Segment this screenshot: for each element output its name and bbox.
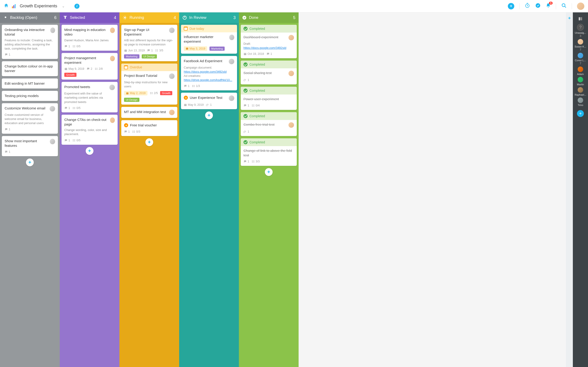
task-card[interactable]: CompletedChange of link to above the fol…	[241, 138, 297, 166]
assignee-avatar[interactable]	[109, 85, 115, 90]
add-member-button[interactable]: +	[577, 110, 584, 117]
card-title: MT and MM integration test	[124, 110, 166, 114]
svg-rect-30	[152, 92, 153, 93]
sidebar-member[interactable]: Timo	[575, 98, 586, 106]
sidebar-view-icon[interactable]	[573, 15, 588, 23]
sidebar-member[interactable]: Raphael...	[575, 87, 586, 96]
column-header[interactable]: Backlog (Open)6	[0, 12, 60, 23]
member-avatar[interactable]	[578, 87, 583, 93]
member-avatar[interactable]	[578, 98, 583, 103]
task-card[interactable]: CompletedSocial sharing test1	[241, 60, 297, 84]
column-title: Running	[130, 15, 144, 20]
task-card[interactable]: Sign-up Page UI ExperimentA/B test diffe…	[121, 25, 177, 61]
date-meta: Oct 19, 2018	[243, 52, 264, 56]
task-card[interactable]: Change button colour on in-app banner	[2, 61, 58, 76]
card-meta: 1	[5, 53, 55, 56]
add-card-button[interactable]: +	[205, 111, 213, 119]
assignee-avatar[interactable]	[169, 73, 174, 79]
info-button[interactable]: i	[74, 4, 79, 9]
task-card[interactable]: MT and MM integration test	[121, 107, 177, 118]
add-card-button[interactable]: +	[145, 138, 153, 146]
column-header[interactable]: In Review3	[179, 12, 239, 23]
member-avatar[interactable]	[578, 77, 583, 82]
tag: UI Design	[142, 54, 157, 58]
card-meta: 1	[5, 150, 55, 153]
column-header[interactable]: Running4	[120, 12, 179, 23]
task-card[interactable]: CompletedPower user experiment10/4	[241, 87, 297, 110]
task-card[interactable]: Project management experimentMay 9, 2019…	[61, 53, 118, 80]
card-description: Campaign document:https://docs.google.co…	[184, 66, 234, 82]
assignee-avatar[interactable]	[110, 27, 115, 33]
task-card[interactable]: Promoted tweetsExperiment with the value…	[61, 82, 118, 112]
subtasks-meta: 0/4	[251, 104, 259, 107]
assignee-avatar[interactable]	[229, 59, 234, 64]
sidebar-member[interactable]: Susan K...7	[575, 39, 586, 51]
column-header[interactable]: Selected4	[60, 12, 120, 23]
add-card-button[interactable]: +	[86, 147, 94, 155]
member-avatar[interactable]	[578, 53, 583, 58]
assignee-avatar[interactable]	[50, 139, 55, 144]
task-card[interactable]: OverdueProject Board TutorialStep-by-ste…	[121, 64, 177, 105]
assignee-avatar[interactable]	[110, 56, 115, 61]
task-card[interactable]: Show most important features1	[2, 136, 58, 156]
assignee-avatar[interactable]	[169, 27, 174, 33]
assignee-avatar[interactable]	[229, 95, 234, 101]
column-header[interactable]: Done5	[239, 12, 299, 23]
add-button[interactable]: +	[508, 3, 514, 9]
assignee-avatar[interactable]	[50, 106, 55, 111]
notifications-icon[interactable]: 5	[546, 3, 551, 9]
card-title: Project management experiment	[64, 56, 108, 65]
chevron-down-icon[interactable]: ⌄	[62, 4, 65, 8]
assignee-avatar[interactable]	[288, 35, 294, 40]
chart-icon[interactable]	[12, 4, 16, 8]
sidebar-member[interactable]: ?Unassig...3	[575, 24, 586, 38]
sidebar-member[interactable]: Adam	[575, 67, 586, 75]
svg-rect-25	[157, 50, 158, 50]
board-title[interactable]: Growth Experiments	[20, 4, 57, 8]
task-card[interactable]: CompletedCombo free trial test1	[241, 112, 297, 136]
svg-rect-21	[74, 141, 75, 141]
assignee-avatar[interactable]	[288, 71, 294, 76]
card-title: Onboarding via interactive tutorial	[5, 27, 48, 37]
due-date-chip: May 2, 2019	[124, 91, 147, 95]
card-meta: May 3, 2019Marketing	[184, 46, 234, 51]
subtasks-meta: 2/8	[95, 67, 103, 70]
task-card[interactable]: Mind mapping in education videoDaniel Hu…	[61, 25, 118, 51]
add-card-button[interactable]: +	[265, 168, 273, 176]
sidebar-member[interactable]: Martin	[575, 77, 586, 86]
task-card[interactable]: Onboarding via interactive tutorialFeatu…	[2, 25, 58, 59]
task-card[interactable]: Change CTAs on check-out pageChange word…	[61, 115, 118, 145]
member-name: Susan K...	[575, 45, 586, 48]
task-card[interactable]: ★Free trial voucher10/3	[121, 120, 177, 136]
assignee-avatar[interactable]	[288, 122, 294, 128]
home-icon[interactable]	[4, 3, 9, 9]
member-avatar[interactable]	[578, 39, 583, 44]
member-task-count: 7	[579, 62, 581, 65]
task-card[interactable]: Facebook Ad ExperimentCampaign document:…	[181, 56, 237, 91]
card-meta: 10/3	[124, 130, 174, 133]
task-card[interactable]: Edit wording in MT banner	[2, 78, 58, 89]
assignee-avatar[interactable]	[169, 110, 174, 115]
comments-meta: 1	[124, 130, 130, 133]
check-circle-icon[interactable]	[535, 3, 541, 10]
search-icon[interactable]	[561, 3, 567, 10]
member-avatar[interactable]	[578, 67, 583, 72]
task-card[interactable]: Testing pricing models	[2, 91, 58, 101]
tag: Marketing	[209, 47, 225, 51]
svg-rect-27	[157, 51, 158, 51]
assignee-avatar[interactable]	[229, 35, 234, 40]
add-column-button[interactable]: +	[566, 12, 573, 367]
card-banner: Overdue	[121, 64, 177, 71]
task-card[interactable]: Customize Welcome emailCreate customized…	[2, 103, 58, 134]
add-card-button[interactable]: +	[26, 158, 34, 166]
card-description: Change wording, color, size and placemen…	[64, 128, 115, 136]
comments-meta: 1	[5, 53, 10, 56]
assignee-avatar[interactable]	[50, 27, 55, 33]
user-avatar[interactable]	[577, 2, 584, 10]
timer-icon[interactable]	[525, 3, 530, 10]
task-card[interactable]: Due todayInfluencer marketer experimentM…	[181, 25, 237, 54]
sidebar-member[interactable]: Conor L...7	[575, 53, 586, 65]
task-card[interactable]: ★User Experience TestMay 9, 20191	[181, 93, 237, 109]
task-card[interactable]: CompletedDashboard experimentDraft: http…	[241, 25, 297, 58]
assignee-avatar[interactable]	[110, 117, 115, 123]
